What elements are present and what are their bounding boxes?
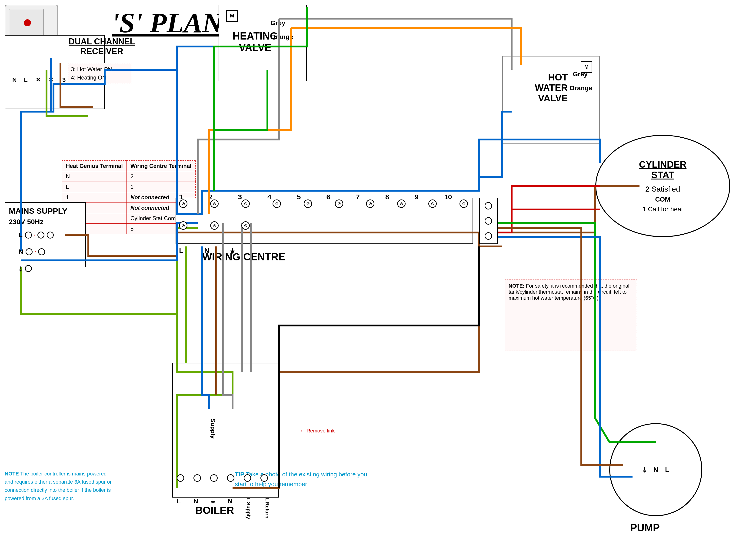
terminal-circle: ⊘ [210, 199, 219, 208]
table-cell: L [62, 182, 127, 192]
hot-water-grey-label: Grey [573, 70, 588, 78]
cylinder-stat-container: CYLINDER STAT 2 Satisfied COM 1 Call for… [595, 135, 739, 246]
extra-terminal-block [479, 198, 498, 244]
table-row: 1 Not connected [62, 192, 195, 203]
cylinder-stat-title: CYLINDER STAT [639, 159, 686, 180]
terminal-circle [227, 474, 234, 482]
table-cell: N [62, 171, 127, 182]
mains-l-terminal [25, 232, 32, 239]
terminal-circle: ⊘ [210, 221, 219, 230]
terminal-circle [210, 474, 218, 482]
receiver-title: DUAL CHANNEL RECEIVER [69, 37, 135, 56]
terminal-l: L [24, 76, 28, 83]
cylinder-stat-terminal2: 2 Satisfied [645, 185, 680, 193]
terminal-circle [193, 474, 201, 482]
terminal-circle: ⊘ [179, 221, 187, 230]
wc-bottom-labels: L N ⏚ [179, 246, 234, 254]
boiler-l: L [177, 498, 181, 519]
table-cell: 2 [127, 171, 195, 182]
heating-grey-label: Grey [270, 19, 285, 27]
terminal-circle: ⊘ [179, 199, 187, 208]
mains-l-label: L [19, 231, 23, 239]
heating-valve-title: HEATING VALVE [233, 30, 278, 53]
boiler-terminal-circles [177, 474, 268, 482]
mains-l-row: L [19, 231, 54, 239]
wc-terminal-circles-top: ⊘ ⊘ ⊘ ⊘ ⊘ ⊘ ⊘ ⊘ ⊘ ⊘ [179, 199, 468, 208]
receiver-info-box: 3: Hot Water ON 4: Heating ON [69, 63, 131, 84]
remove-link-label: ← Remove link [300, 428, 335, 434]
boiler-n: N [193, 498, 198, 519]
mains-n-row: N [19, 248, 54, 256]
boiler-n2: N [228, 498, 232, 519]
note-text: For safety, it is recommended that the o… [509, 283, 629, 301]
pump-circle: ⏚ N L [609, 423, 702, 516]
terminal-circle [260, 474, 268, 482]
boiler-terminal-labels: L N ⏚ N L Supply L Return [177, 498, 270, 519]
bottom-note: NOTE The boiler controller is mains powe… [5, 470, 114, 502]
mains-earth-row: ⏚ [19, 265, 54, 272]
terminal-circle [244, 474, 251, 482]
wiring-col2-header: Wiring Centre Terminal [127, 161, 195, 171]
boiler-l-supply: L Supply [245, 498, 251, 519]
wiring-col1-header: Heat Genius Terminal [62, 161, 127, 171]
terminal-circle: ⊘ [397, 199, 406, 208]
terminal-circle: ⊘ [460, 199, 468, 208]
boiler-earth: ⏚ [211, 498, 215, 519]
hot-water-valve-title: HOT WATER VALVE [535, 72, 568, 103]
mains-earth-label: ⏚ [19, 265, 23, 272]
terminal-circle: ⊘ [241, 221, 250, 230]
cylinder-stat-com: COM [655, 196, 670, 203]
terminal-circle: ⊘ [366, 199, 374, 208]
pump-title: PUMP [630, 522, 660, 534]
mains-connectors: L N ⏚ [19, 231, 54, 272]
terminal-circle: ⊘ [241, 199, 250, 208]
hot-water-orange-label: Orange [569, 84, 592, 92]
terminal-n: N [12, 76, 17, 83]
heating-motor-label: M [226, 10, 238, 22]
terminal-circle: ⊘ [304, 199, 312, 208]
table-row: L 1 [62, 182, 195, 192]
table-cell: 1 [127, 182, 195, 192]
terminal-circle: ⊘ [273, 199, 281, 208]
receiver-info-line1: 3: Hot Water ON [71, 65, 129, 73]
terminal-3: 3 [62, 76, 66, 83]
table-cell: 1 [62, 192, 127, 203]
diagram-container: 'S' PLAN N L ✕ ✕ 3 4 DUAL CHANNEL RECEIV… [0, 0, 756, 548]
supply-label: Supply [209, 418, 216, 439]
terminal-x1: ✕ [36, 76, 41, 83]
cylinder-stat-terminal1: 1 Call for heat [643, 206, 683, 213]
receiver-info-line2: 4: Heating ON [71, 73, 129, 82]
boiler-l-return: L Return [264, 498, 270, 519]
note-box: NOTE: For safety, it is recommended that… [505, 279, 637, 351]
table-row: N 2 [62, 171, 195, 182]
wc-terminal-circles-bottom: ⊘ ⊘ ⊘ [179, 221, 250, 230]
mains-n-label: N [19, 248, 23, 256]
mains-supply-voltage: 230V 50Hz [9, 218, 82, 226]
programmer-indicator [24, 19, 31, 26]
cylinder-stat-oval: CYLINDER STAT 2 Satisfied COM 1 Call for… [595, 135, 730, 237]
mains-supply-title: MAINS SUPPLY [9, 206, 82, 216]
pump-terminals: ⏚ N L [643, 466, 669, 473]
terminal-x2: ✕ [48, 76, 53, 83]
terminal-circle: ⊘ [335, 199, 343, 208]
page-title: 'S' PLAN [112, 7, 223, 39]
terminal-circle [177, 474, 184, 482]
remove-link-arrow: ← [300, 428, 306, 434]
terminal-circle: ⊘ [428, 199, 437, 208]
note-bold: NOTE: [509, 283, 524, 289]
